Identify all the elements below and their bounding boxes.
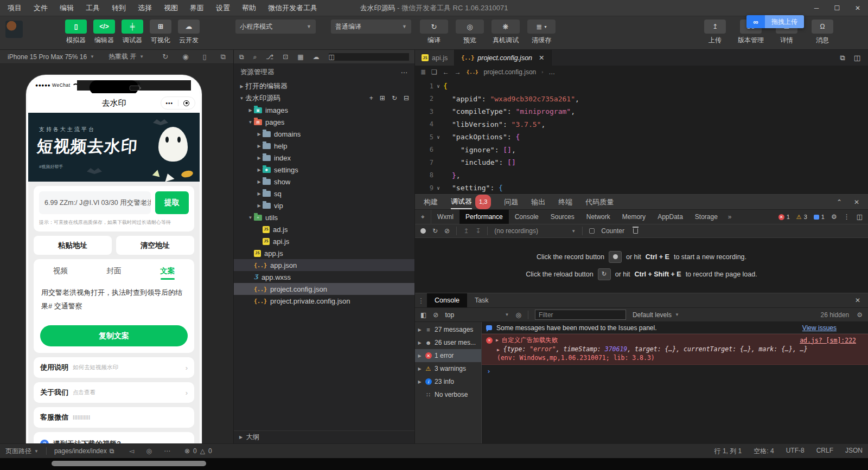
new-file-icon[interactable]: +	[369, 94, 373, 102]
context-dropdown[interactable]: top▼	[445, 311, 509, 319]
layout-icon[interactable]: ◫	[329, 53, 409, 61]
editor-tab-project.config.json[interactable]: {..}project.config.json✕	[455, 50, 551, 66]
menu-item[interactable]: 项目	[8, 3, 22, 13]
copy-text-button[interactable]: 复制文案	[40, 325, 188, 346]
counter-checkbox[interactable]	[589, 228, 595, 234]
inspect-icon[interactable]: ⌖	[415, 210, 431, 224]
rotate-icon[interactable]: ↻	[162, 53, 168, 61]
console-tab-task[interactable]: Task	[467, 293, 496, 307]
exit-button[interactable]	[178, 100, 195, 106]
list-item[interactable]: 关于我们点击查看›	[34, 382, 194, 403]
tab-视频[interactable]: 视频	[34, 259, 87, 283]
close-button[interactable]: ✕	[847, 0, 868, 16]
clear-console-icon[interactable]: ⊘	[433, 311, 438, 319]
tree-item-help[interactable]: ▶help	[234, 140, 414, 152]
tree-item-project.private.config.json[interactable]: {..}project.private.config.json	[234, 295, 414, 307]
panel-tab-代码质量[interactable]: 代码质量	[585, 195, 614, 209]
close-tab-icon[interactable]: ✕	[539, 54, 544, 62]
list-item[interactable]: 客服微信IIIIIIIIIII	[34, 407, 194, 428]
tab-文案[interactable]: 文案	[141, 259, 194, 283]
toolbar-button-editor[interactable]: </>编辑器	[92, 20, 116, 45]
menu-item[interactable]: 界面	[190, 3, 204, 13]
dock-side-icon[interactable]: ◫	[857, 213, 863, 221]
search-icon[interactable]: ⌕	[253, 53, 257, 61]
statusbar-item[interactable]: 空格: 4	[754, 447, 774, 456]
announcement-icon[interactable]: ◅	[129, 447, 134, 455]
back-icon[interactable]: ←	[443, 68, 449, 76]
toolbar-button-clear-cache[interactable]: ≣▾清缓存	[526, 20, 557, 45]
drag-handle-icon[interactable]: ⋮	[415, 293, 427, 307]
outline-icon[interactable]: ≣	[420, 68, 426, 76]
debug-icon[interactable]: ⊡	[283, 53, 288, 61]
device-selector[interactable]: iPhone 15 Pro Max 75% 16	[8, 53, 87, 61]
minimize-button[interactable]: ─	[806, 0, 827, 16]
console-filter-verbose[interactable]: ∷No verbose	[415, 388, 481, 401]
tree-item-app.json[interactable]: {..}app.json	[234, 259, 414, 271]
forward-icon[interactable]: →	[455, 68, 461, 76]
open-changes-icon[interactable]: ⧉	[840, 54, 845, 62]
tree-item-app.js[interactable]: JSapp.js	[234, 247, 414, 259]
toolbar-button-debugger[interactable]: ╪调试器	[120, 20, 144, 45]
tree-item-domains[interactable]: ▶domains	[234, 128, 414, 140]
tree-item-ad.js[interactable]: JSad.js	[234, 223, 414, 235]
toolbar-button-messages[interactable]: Ω消息	[808, 20, 837, 45]
list-item[interactable]: 使用说明如何去短视频水印›	[34, 357, 194, 378]
code-editor[interactable]: 1∨{2"appid": "wxad9cb302c735a261",3"comp…	[415, 79, 868, 194]
trash-icon[interactable]	[633, 228, 638, 234]
menu-item[interactable]: 视图	[164, 3, 178, 13]
tree-item-api.js[interactable]: JSapi.js	[234, 235, 414, 247]
miniprogram-mode-dropdown[interactable]: 小程序模式▼	[235, 20, 316, 34]
tree-item-project.config.json[interactable]: {..}project.config.json	[234, 283, 414, 295]
menu-item[interactable]: 微信开发者工具	[268, 3, 317, 13]
tree-item-show[interactable]: ▶show	[234, 176, 414, 188]
tree-item-app.wxss[interactable]: Ʒapp.wxss	[234, 271, 414, 283]
reload-icon[interactable]: ↻	[432, 227, 438, 235]
settings-gear-icon[interactable]: ⚙	[857, 311, 863, 319]
toolbar-button-upload[interactable]: ↥上传	[701, 20, 729, 45]
tree-item-vip[interactable]: ▶vip	[234, 199, 414, 211]
menu-item[interactable]: 工具	[86, 3, 100, 13]
levels-dropdown[interactable]: Default levels▼	[633, 311, 679, 319]
more-menu-button[interactable]: •••	[161, 100, 178, 106]
refresh-icon[interactable]: ↻	[392, 94, 397, 102]
devtools-tab-console[interactable]: Console	[509, 210, 545, 224]
console-error-message[interactable]: ✕ ▶ 自定义广告加载失败 ad.js? [sm]:222 ▶ {type: "…	[482, 334, 868, 365]
load-profile-icon[interactable]: ↥	[463, 227, 469, 235]
tree-item-pages[interactable]: ▼pages	[234, 116, 414, 128]
current-page-path[interactable]: pages/index/index⧉	[54, 447, 114, 455]
console-filter-list[interactable]: ▶≡27 messages	[415, 323, 481, 336]
console-filter-warning[interactable]: ▶⚠3 warnings	[415, 362, 481, 375]
tree-item-utils[interactable]: ▼utils	[234, 211, 414, 223]
copy-icon[interactable]: ⧉	[110, 447, 114, 455]
record-icon[interactable]: ◉	[182, 53, 188, 61]
devtools-tab-performance[interactable]: Performance	[459, 210, 509, 224]
maximize-button[interactable]: ☐	[827, 0, 847, 16]
tree-item-index[interactable]: ▶index	[234, 152, 414, 164]
tab-封面[interactable]: 封面	[87, 259, 141, 283]
user-avatar[interactable]	[5, 21, 23, 38]
editor-tab-api.js[interactable]: JSapi.js	[415, 50, 455, 66]
devtools-tab-network[interactable]: Network	[580, 210, 616, 224]
console-filter-info[interactable]: ▶i23 info	[415, 375, 481, 388]
console-prompt[interactable]: ›	[482, 365, 868, 377]
new-folder-icon[interactable]: ⊞	[380, 94, 385, 102]
menu-item[interactable]: 编辑	[60, 3, 74, 13]
problems-counts[interactable]: ⊗0 △0	[184, 447, 212, 455]
menu-item[interactable]: 转到	[112, 3, 126, 13]
outline-section[interactable]: ▶ 大纲	[234, 430, 414, 443]
menu-item[interactable]: 设置	[216, 3, 230, 13]
statusbar-item[interactable]: UTF-8	[786, 447, 805, 456]
compile-mode-dropdown[interactable]: 普通编译▼	[331, 20, 411, 34]
collapse-panel-icon[interactable]: ⌃	[837, 198, 842, 206]
tree-item-settings[interactable]: ▶settings	[234, 164, 414, 176]
toolbar-button-remote-debug[interactable]: ❋真机调试	[490, 20, 521, 45]
error-source-link[interactable]: ad.js? [sm]:222	[800, 337, 864, 344]
statusbar-item[interactable]: JSON	[845, 447, 863, 456]
more-icon[interactable]: ⋯	[164, 447, 170, 455]
devtools-tab-appdata[interactable]: AppData	[652, 210, 689, 224]
panel-tab-调试器[interactable]: 调试器1,3	[451, 195, 491, 209]
tree-item--[interactable]: ▶打开的编辑器	[234, 80, 414, 92]
multi-window-icon[interactable]: ⧉	[221, 53, 226, 61]
console-filter-error[interactable]: ▶✕1 error	[415, 349, 481, 362]
recordings-dropdown[interactable]: (no recordings)▼	[494, 227, 576, 235]
